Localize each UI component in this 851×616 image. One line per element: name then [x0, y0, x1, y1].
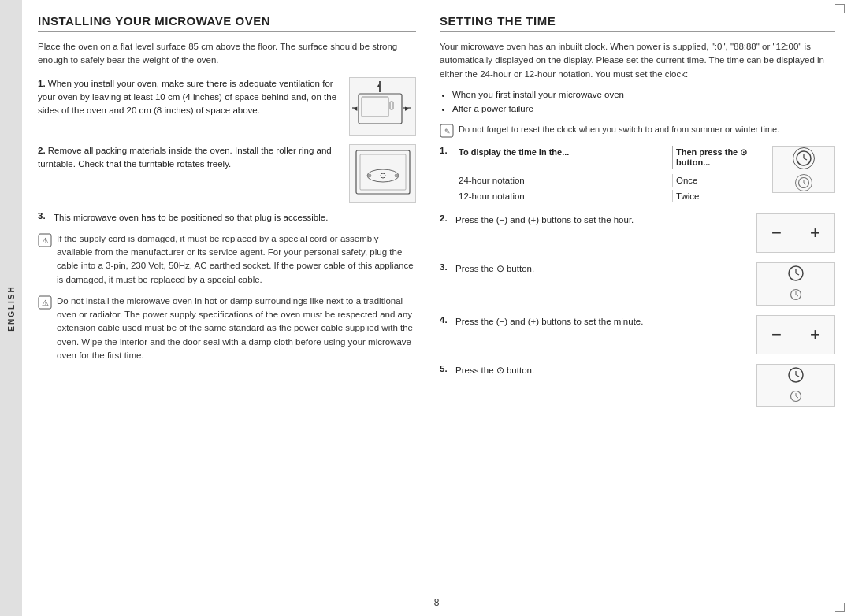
install-item-1-num: 1.	[38, 79, 48, 88]
install-item-2-content: Remove all packing materials inside the …	[38, 146, 332, 169]
install-item-1-text: 1. When you install your oven, make sure…	[38, 77, 343, 136]
install-item-1-image: ▲ ▶ ◀	[349, 77, 416, 136]
turntable-diagram	[352, 147, 414, 200]
minus-button: −	[771, 225, 782, 242]
install-item-2-text: 2. Remove all packing materials inside t…	[38, 144, 343, 203]
step-1-row-2: 12-hour notation Twice	[455, 188, 767, 204]
svg-point-14	[368, 174, 371, 177]
left-intro: Place the oven on a flat level surface 8…	[38, 40, 416, 68]
step-3-clock-icon	[787, 265, 805, 284]
svg-point-12	[367, 169, 399, 182]
svg-text:▲: ▲	[376, 83, 381, 88]
warning-1-text: If the supply cord is damaged, it must b…	[57, 232, 416, 287]
step-5-text: Press the ⊙ button.	[455, 364, 752, 377]
warning-1: ⚠ If the supply cord is damaged, it must…	[38, 232, 416, 287]
step-1-row-1-col1: 24-hour notation	[455, 174, 673, 187]
sidebar: ENGLISH	[0, 0, 22, 616]
step-2-text: Press the (−) and (+) buttons to set the…	[455, 213, 752, 227]
svg-text:⚠: ⚠	[42, 299, 49, 307]
svg-rect-1	[362, 97, 388, 117]
corner-mark-br	[835, 603, 845, 612]
step-1: 1. To display the time in the... Then pr…	[440, 146, 835, 204]
install-item-1-content: When you install your oven, make sure th…	[38, 79, 336, 116]
step-2-image: − +	[756, 213, 835, 253]
svg-rect-2	[390, 102, 393, 109]
step-4-num: 4.	[440, 315, 451, 325]
svg-line-39	[796, 396, 798, 398]
svg-text:✎: ✎	[444, 128, 451, 135]
time-note: ✎ Do not forget to reset the clock when …	[440, 123, 835, 138]
step-1-row-1-col2: Once	[673, 174, 767, 187]
step-3-text: Press the ⊙ button.	[455, 262, 752, 276]
step-5-clock-small	[790, 390, 802, 405]
ventilation-diagram: ▲ ▶ ◀	[352, 80, 414, 133]
note-icon: ✎	[440, 124, 454, 138]
page-number: 8	[38, 597, 835, 608]
columns: INSTALLING YOUR MICROWAVE OVEN Place the…	[38, 14, 835, 589]
warning-icon-2: ⚠	[38, 295, 52, 310]
clock-button-icon	[793, 147, 815, 169]
step-5-clock-icon	[787, 366, 805, 386]
step-5: 5. Press the ⊙ button.	[440, 364, 835, 407]
bullet-2: After a power failure	[452, 102, 835, 116]
step-1-header: To display the time in the... Then press…	[455, 146, 767, 169]
step-5-num: 5.	[440, 364, 451, 373]
install-item-3: 3. This microwave oven has to be positio…	[38, 211, 416, 225]
note-text: Do not forget to reset the clock when yo…	[459, 123, 779, 138]
svg-point-13	[381, 173, 385, 178]
install-item-2-image	[349, 144, 416, 203]
svg-line-27	[804, 183, 806, 184]
svg-point-15	[395, 174, 398, 177]
svg-line-30	[796, 273, 799, 275]
plus-button-2: +	[810, 326, 820, 343]
col1-header: To display the time in the...	[455, 146, 673, 169]
step-1-row-2-col2: Twice	[673, 190, 767, 202]
svg-line-33	[796, 295, 798, 296]
step-3-clock-small	[790, 288, 802, 303]
step-3-num: 3.	[440, 262, 451, 272]
svg-rect-10	[356, 150, 410, 194]
time-intro: Your microwave oven has an inbuilt clock…	[440, 40, 835, 81]
clock-small-icon	[795, 174, 812, 191]
step-2: 2. Press the (−) and (+) buttons to set …	[440, 213, 835, 253]
step-1-row-2-col1: 12-hour notation	[455, 190, 673, 202]
bullet-list: When you first install your microwave ov…	[452, 87, 835, 117]
right-column: SETTING THE TIME Your microwave oven has…	[440, 14, 835, 589]
svg-rect-11	[360, 154, 406, 190]
warning-2-text: Do not install the microwave oven in hot…	[57, 295, 416, 362]
install-item-1: 1. When you install your oven, make sure…	[38, 77, 416, 136]
left-column: INSTALLING YOUR MICROWAVE OVEN Place the…	[38, 14, 416, 589]
step-1-num: 1.	[440, 146, 451, 155]
warning-icon-1: ⚠	[38, 233, 52, 247]
main-content: INSTALLING YOUR MICROWAVE OVEN Place the…	[22, 0, 851, 616]
sidebar-label: ENGLISH	[7, 285, 16, 331]
minus-button-2: −	[771, 326, 782, 343]
step-5-image	[756, 364, 835, 407]
svg-line-24	[804, 158, 807, 160]
corner-mark-tr	[835, 4, 845, 13]
install-item-3-content: This microwave oven has to be positioned…	[54, 211, 416, 225]
install-item-3-num: 3.	[38, 211, 49, 225]
step-1-table: To display the time in the... Then press…	[455, 146, 767, 204]
left-section-title: INSTALLING YOUR MICROWAVE OVEN	[38, 14, 416, 32]
warning-2: ⚠ Do not install the microwave oven in h…	[38, 295, 416, 362]
install-item-2: 2. Remove all packing materials inside t…	[38, 144, 416, 203]
install-item-2-num: 2.	[38, 146, 48, 155]
step-2-num: 2.	[440, 213, 451, 223]
svg-rect-0	[359, 94, 402, 124]
step-3-image	[756, 262, 835, 306]
step-4-text: Press the (−) and (+) buttons to set the…	[455, 315, 752, 328]
step-1-row-1: 24-hour notation Once	[455, 173, 767, 188]
svg-text:◀: ◀	[353, 106, 358, 111]
svg-line-36	[796, 375, 799, 377]
plus-button: +	[810, 225, 820, 242]
svg-text:⚠: ⚠	[42, 236, 49, 245]
step-1-image	[772, 146, 835, 193]
step-4-image: − +	[756, 315, 835, 354]
right-section-title: SETTING THE TIME	[440, 14, 835, 32]
step-4: 4. Press the (−) and (+) buttons to set …	[440, 315, 835, 354]
step-3: 3. Press the ⊙ button.	[440, 262, 835, 306]
col2-header: Then press the ⊙ button...	[673, 146, 767, 169]
bullet-1: When you first install your microwave ov…	[452, 87, 835, 102]
